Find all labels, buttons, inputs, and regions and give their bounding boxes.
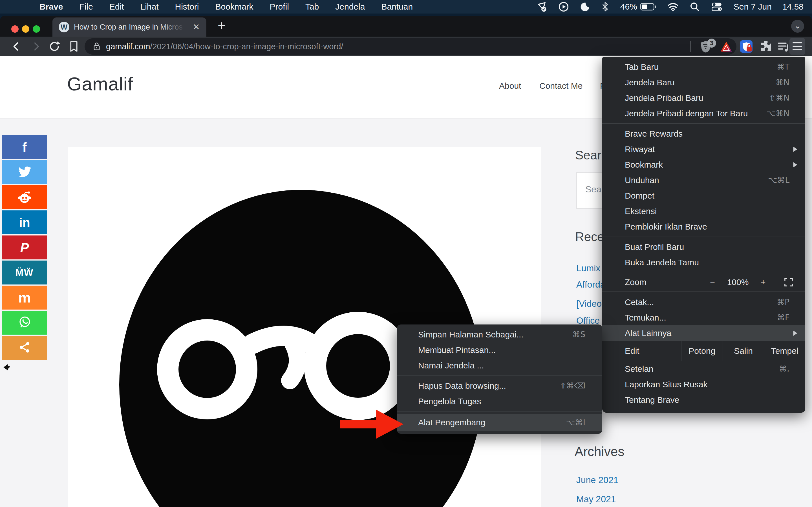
bluetooth-icon[interactable] (601, 2, 610, 12)
submenu-item-hapus-data-browsing[interactable]: Hapus Data browsing...⇧⌘⌫ (397, 378, 602, 393)
lock-icon (93, 42, 101, 51)
forward-button[interactable] (29, 40, 42, 53)
menu-item-temukan[interactable]: Temukan...⌘F (602, 310, 805, 325)
menubar-item-brave[interactable]: Brave (40, 2, 63, 11)
submenu-item-membuat-pintasan[interactable]: Membuat Pintasan... (397, 342, 602, 358)
menu-item-bookmark[interactable]: Bookmark (602, 157, 805, 172)
status-app-icon[interactable] (537, 1, 548, 12)
submenu-item-namai-jendela[interactable]: Namai Jendela ... (397, 358, 602, 373)
share-pinterest-button[interactable]: P (2, 235, 47, 260)
menu-item-tab-baru[interactable]: Tab Baru⌘T (602, 59, 805, 75)
edit-label: Edit (602, 341, 681, 361)
window-minimize-button[interactable] (22, 25, 29, 33)
bitwarden-extension-icon[interactable] (739, 40, 753, 54)
hide-share-bar-arrow-icon[interactable] (3, 363, 11, 372)
facebook-icon: f (22, 140, 27, 155)
url-text: gamalif.com/2021/06/04/how-to-crop-an-im… (106, 42, 343, 51)
menu-zoom-row: Zoom − 100% + (602, 273, 805, 291)
copy-button[interactable]: Salin (723, 341, 764, 361)
do-not-disturb-moon-icon[interactable] (580, 2, 590, 12)
site-title[interactable]: Gamalif (67, 73, 133, 95)
bookmark-button[interactable] (68, 40, 81, 53)
brave-shields-icon[interactable]: 3 (699, 40, 713, 55)
nav-contact-me[interactable]: Contact Me (539, 81, 582, 91)
reload-button[interactable] (48, 40, 61, 53)
share-twitter-button[interactable] (2, 160, 47, 184)
address-bar[interactable]: gamalif.com/2021/06/04/how-to-crop-an-im… (85, 38, 737, 55)
submenu-item-alat-pengembang[interactable]: Alat Pengembang⌥⌘I (397, 414, 602, 431)
menu-item-jendela-pribadi-baru[interactable]: Jendela Pribadi Baru⇧⌘N (602, 90, 805, 106)
share-more-button[interactable] (2, 336, 47, 360)
battery-icon[interactable] (640, 2, 656, 11)
menu-item-jendela-baru[interactable]: Jendela Baru⌘N (602, 75, 805, 90)
menubar-item-profil[interactable]: Profil (270, 2, 289, 11)
tab-search-chevron-icon[interactable]: ⌄ (791, 20, 804, 33)
new-tab-button[interactable]: + (214, 18, 229, 33)
spotlight-search-icon[interactable] (690, 2, 700, 12)
menu-item-buka-jendela-tamu[interactable]: Buka Jendela Tamu (602, 255, 805, 270)
brave-rewards-bat-icon[interactable] (719, 40, 733, 55)
submenu-item-simpan-halaman[interactable]: Simpan Halaman Sebagai...⌘S (397, 327, 602, 342)
zoom-in-button[interactable]: + (761, 277, 766, 287)
tab-strip: W How to Crop an Image in Micros ✕ + ⌄ (0, 16, 812, 37)
cut-button[interactable]: Potong (681, 341, 723, 361)
submenu-arrow-icon (794, 162, 797, 167)
window-zoom-button[interactable] (33, 25, 40, 33)
menu-item-alat-lainnya[interactable]: Alat Lainnya (602, 325, 805, 341)
tab-close-icon[interactable]: ✕ (191, 22, 201, 32)
menu-item-setelan[interactable]: Setelan⌘, (602, 361, 805, 377)
menu-item-buat-profil-baru[interactable]: Buat Profil Baru (602, 239, 805, 255)
hamburger-menu-icon[interactable] (793, 42, 802, 50)
share-whatsapp-button[interactable] (2, 311, 47, 335)
menubar-item-bookmark[interactable]: Bookmark (215, 2, 253, 11)
menu-item-unduhan[interactable]: Unduhan⌥⌘L (602, 172, 805, 188)
menu-item-tentang-brave[interactable]: Tentang Brave (602, 392, 805, 407)
menu-item-laporkan-situs-rusak[interactable]: Laporkan Situs Rusak (602, 377, 805, 392)
browser-tab[interactable]: W How to Crop an Image in Micros ✕ (52, 17, 206, 37)
recent-post-link[interactable]: [Video] (576, 298, 604, 309)
menubar-item-histori[interactable]: Histori (175, 2, 199, 11)
menu-item-brave-rewards[interactable]: Brave Rewards (602, 126, 805, 142)
mewe-icon: M̈Ẅ (15, 267, 34, 278)
tab-title-fade (160, 20, 185, 34)
menu-item-riwayat[interactable]: Riwayat (602, 142, 805, 157)
menu-item-ekstensi[interactable]: Ekstensi (602, 203, 805, 219)
menubar-item-bantuan[interactable]: Bantuan (381, 2, 413, 11)
extensions-puzzle-icon[interactable] (758, 40, 772, 54)
zoom-out-button[interactable]: − (710, 277, 715, 287)
menubar-item-tab[interactable]: Tab (305, 2, 319, 11)
fullscreen-button[interactable] (772, 273, 805, 291)
paste-button[interactable]: Tempel (764, 341, 805, 361)
share-reddit-button[interactable] (2, 185, 47, 209)
url-path: /2021/06/04/how-to-crop-an-image-in-micr… (150, 42, 343, 51)
share-mix-button[interactable]: m (2, 286, 47, 309)
menubar-item-file[interactable]: File (79, 2, 93, 11)
alat-lainnya-submenu: Simpan Halaman Sebagai...⌘S Membuat Pint… (397, 325, 602, 434)
play-circle-icon[interactable] (558, 1, 569, 12)
control-center-icon[interactable] (711, 2, 723, 11)
submenu-item-pengelola-tugas[interactable]: Pengelola Tugas (397, 393, 602, 409)
recent-post-link[interactable]: Afforda (576, 279, 605, 290)
menubar-item-edit[interactable]: Edit (109, 2, 124, 11)
whatsapp-icon (17, 315, 32, 330)
archive-link[interactable]: May 2021 (576, 494, 616, 504)
wifi-icon[interactable] (667, 2, 679, 11)
window-close-button[interactable] (11, 25, 18, 33)
archive-link[interactable]: June 2021 (576, 475, 618, 485)
menu-item-jendela-pribadi-tor[interactable]: Jendela Pribadi dengan Tor Baru⌥⌘N (602, 106, 805, 121)
share-facebook-button[interactable]: f (2, 135, 47, 159)
menubar-item-jendela[interactable]: Jendela (335, 2, 365, 11)
nav-about[interactable]: About (499, 81, 521, 91)
back-button[interactable] (10, 40, 23, 53)
menubar-date[interactable]: Sen 7 Jun (733, 2, 772, 11)
menubar-time[interactable]: 14.58 (782, 2, 804, 11)
share-mewe-button[interactable]: M̈Ẅ (2, 261, 47, 284)
brave-app-menu: Tab Baru⌘T Jendela Baru⌘N Jendela Pribad… (602, 57, 805, 413)
share-linkedin-button[interactable]: in (2, 210, 47, 234)
menu-item-pemblokir-iklan[interactable]: Pemblokir Iklan Brave (602, 219, 805, 234)
menu-item-cetak[interactable]: Cetak...⌘P (602, 294, 805, 310)
menu-item-dompet[interactable]: Dompet (602, 188, 805, 203)
playlist-icon[interactable] (776, 40, 791, 54)
fullscreen-icon (784, 277, 794, 287)
menubar-item-lihat[interactable]: Lihat (140, 2, 158, 11)
